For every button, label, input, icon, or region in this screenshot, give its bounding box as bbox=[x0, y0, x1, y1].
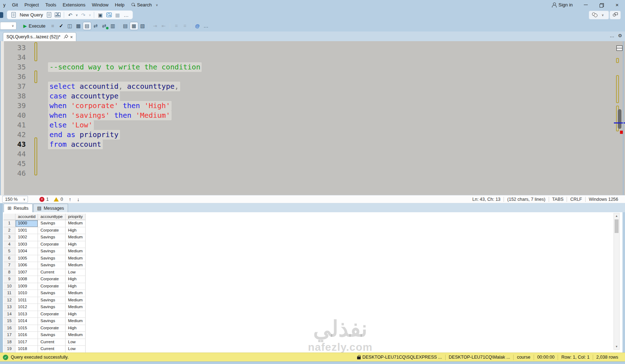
grid-cell[interactable]: 1004 bbox=[15, 248, 38, 255]
row-number[interactable]: 19 bbox=[4, 346, 15, 353]
row-number[interactable]: 10 bbox=[4, 283, 15, 290]
grid-cell[interactable]: 1009 bbox=[15, 283, 38, 290]
open-file-button[interactable] bbox=[45, 11, 53, 19]
grid-cell[interactable]: 1003 bbox=[15, 241, 38, 248]
tab-results[interactable]: ⊞Results bbox=[4, 204, 33, 212]
grid-cell[interactable]: Medium bbox=[66, 318, 86, 325]
indent-button[interactable]: ⇥ bbox=[151, 22, 159, 30]
editor-line[interactable]: 37select accountid, accounttype, bbox=[1, 82, 625, 91]
warning-counter[interactable]: 0 bbox=[49, 197, 63, 202]
grid-cell[interactable]: Medium bbox=[66, 220, 86, 227]
menu-project[interactable]: Project bbox=[21, 0, 42, 10]
grid-cell[interactable]: Low bbox=[66, 269, 86, 276]
column-header-accountid[interactable]: accountid bbox=[15, 214, 38, 220]
grid-cell[interactable]: 1014 bbox=[15, 318, 38, 325]
tabbar-overflow-icon[interactable]: … bbox=[610, 33, 614, 38]
grid-cell[interactable]: High bbox=[66, 241, 86, 248]
column-header-prioprity[interactable]: prioprity bbox=[66, 214, 86, 220]
results-to-grid-button[interactable]: ▦ bbox=[130, 22, 138, 30]
zoom-combobox[interactable]: 150 % ∨ bbox=[2, 196, 28, 203]
undo-dropdown[interactable]: ∨ bbox=[74, 11, 79, 19]
grid-cell[interactable]: Savings bbox=[38, 290, 66, 297]
row-number[interactable]: 4 bbox=[4, 241, 15, 248]
showplan-button[interactable]: ◫ bbox=[66, 22, 74, 30]
intellisense-button[interactable]: @ bbox=[193, 22, 202, 30]
uncomment-button[interactable]: ≡ bbox=[181, 22, 189, 30]
pin-icon[interactable] bbox=[63, 35, 67, 39]
grid-cell[interactable]: 1008 bbox=[15, 276, 38, 283]
results-to-file-button[interactable]: ▧ bbox=[138, 22, 147, 30]
row-number[interactable]: 18 bbox=[4, 339, 15, 346]
grid-cell[interactable]: 1015 bbox=[15, 325, 38, 332]
grid-cell[interactable]: Low bbox=[66, 346, 86, 353]
grid-cell[interactable]: Corporate bbox=[38, 227, 66, 234]
menu-extensions[interactable]: Extensions bbox=[59, 0, 89, 10]
column-header-accounttype[interactable]: accounttype bbox=[38, 214, 66, 220]
grid-cell[interactable]: Medium bbox=[66, 332, 86, 339]
grid-cell[interactable]: Savings bbox=[38, 234, 66, 241]
grid-cell[interactable]: High bbox=[66, 276, 86, 283]
specify-values-edit-button[interactable]: ⇄ bbox=[100, 22, 109, 30]
user-accounts-button[interactable]: ∨ bbox=[589, 11, 609, 19]
menu-window[interactable]: Window bbox=[89, 0, 112, 10]
sign-in-button[interactable]: Sign in bbox=[547, 2, 578, 8]
results-to-text-button[interactable]: ▤ bbox=[121, 22, 130, 30]
menu-y[interactable]: y bbox=[0, 0, 9, 10]
feedback-button[interactable] bbox=[610, 11, 621, 19]
grid-cell[interactable]: High bbox=[66, 311, 86, 318]
grid-cell[interactable]: High bbox=[66, 325, 86, 332]
redo-dropdown[interactable]: ∨ bbox=[88, 11, 92, 19]
close-button[interactable]: × bbox=[609, 0, 625, 10]
dax-query-button[interactable]: DAX bbox=[53, 11, 62, 19]
editor-line[interactable]: 34 bbox=[1, 53, 625, 62]
grid-scrollbar-thumb[interactable] bbox=[615, 219, 619, 233]
grid-cell[interactable]: Savings bbox=[38, 332, 66, 339]
results-pane-toggle[interactable]: ▤ bbox=[83, 22, 91, 30]
grid-cell[interactable]: Medium bbox=[66, 248, 86, 255]
comment-button[interactable]: ≡ bbox=[172, 22, 181, 30]
grid-corner-cell[interactable] bbox=[4, 214, 15, 220]
editor-scrollbar-track[interactable] bbox=[623, 41, 624, 195]
editor-line[interactable]: 39when 'corporate' then 'High' bbox=[1, 101, 625, 111]
client-statistics-button[interactable]: ▥ bbox=[109, 22, 117, 30]
grid-cell[interactable]: 1016 bbox=[15, 332, 38, 339]
row-number[interactable]: 9 bbox=[4, 276, 15, 283]
scroll-down-icon[interactable]: ▼ bbox=[614, 344, 619, 349]
grid-cell[interactable]: 1002 bbox=[15, 234, 38, 241]
menu-help[interactable]: Help bbox=[112, 0, 128, 10]
row-number[interactable]: 15 bbox=[4, 318, 15, 325]
object-search-button[interactable] bbox=[105, 11, 113, 19]
grid-cell[interactable]: Savings bbox=[38, 248, 66, 255]
row-number[interactable]: 12 bbox=[4, 297, 15, 304]
grid-cell[interactable]: Low bbox=[66, 339, 86, 346]
editor-line[interactable]: 44 bbox=[1, 149, 625, 159]
grid-cell[interactable]: 1005 bbox=[15, 255, 38, 262]
menu-git[interactable]: Git bbox=[9, 0, 21, 10]
scroll-up-icon[interactable]: ▲ bbox=[614, 213, 619, 219]
row-number[interactable]: 14 bbox=[4, 311, 15, 318]
editor-line[interactable]: 38case accounttype bbox=[1, 91, 625, 101]
grid-cell[interactable]: Medium bbox=[66, 304, 86, 311]
grid-cell[interactable]: 1010 bbox=[15, 290, 38, 297]
query-options-button[interactable]: ▩ bbox=[74, 22, 83, 30]
tab-close-icon[interactable]: × bbox=[70, 34, 73, 40]
undo-button[interactable]: ↶ bbox=[66, 11, 74, 19]
grid-cell[interactable]: Savings bbox=[38, 318, 66, 325]
grid-cell[interactable]: Savings bbox=[38, 304, 66, 311]
row-number[interactable]: 13 bbox=[4, 304, 15, 311]
grid-cell[interactable]: 1007 bbox=[15, 269, 38, 276]
error-counter[interactable]: × 1 bbox=[39, 197, 49, 202]
editor-line[interactable]: 35--second way to write the condition bbox=[1, 62, 625, 72]
execute-button[interactable]: ▶ Execute bbox=[20, 22, 48, 30]
editor-line[interactable]: 36 bbox=[1, 72, 625, 82]
editor-scrollbar-thumb[interactable] bbox=[618, 109, 621, 129]
grid-cell[interactable]: Corporate bbox=[38, 325, 66, 332]
row-number[interactable]: 5 bbox=[4, 248, 15, 255]
query-tab[interactable]: SQLQuery9.s...lazeez (52))* × bbox=[3, 32, 76, 41]
redo-button[interactable]: ↷ bbox=[79, 11, 88, 19]
parse-button[interactable]: ✓ bbox=[57, 22, 66, 30]
specify-values-button[interactable]: ⇄ bbox=[91, 22, 100, 30]
grid-cell[interactable]: Current bbox=[38, 339, 66, 346]
grid-cell[interactable]: 1018 bbox=[15, 346, 38, 353]
row-number[interactable]: 17 bbox=[4, 332, 15, 339]
